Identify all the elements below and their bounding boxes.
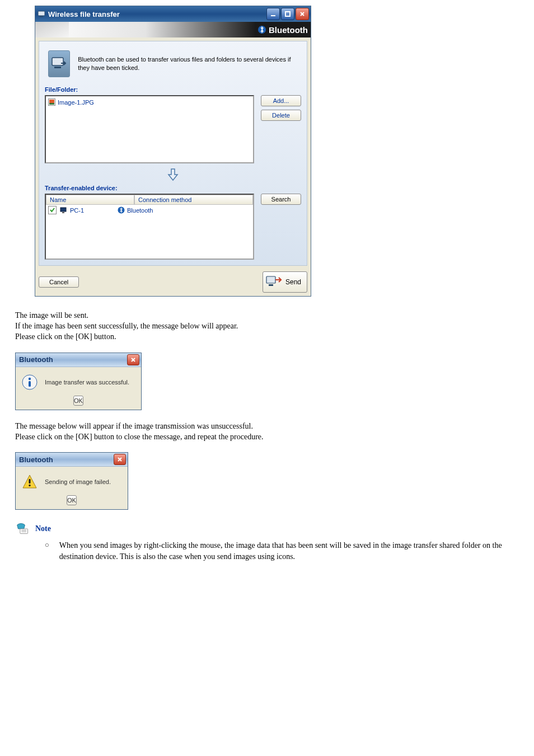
bluetooth-icon xyxy=(118,206,125,214)
svg-point-16 xyxy=(29,377,31,379)
svg-rect-3 xyxy=(285,12,290,16)
doc-paragraph-1: The image will be sent. If the image has… xyxy=(15,311,523,342)
note-text: When you send images by right-clicking t… xyxy=(59,540,506,562)
svg-rect-2 xyxy=(271,15,275,16)
svg-point-19 xyxy=(29,485,30,486)
minimize-button[interactable] xyxy=(266,8,280,20)
wireless-file-transfer-window: Wireless file transfer Bluetooth Bluetoo… xyxy=(35,6,311,297)
dialog-title: Bluetooth xyxy=(19,456,53,464)
content-pane: Bluetooth can be used to transfer variou… xyxy=(39,41,307,266)
brand-label: Bluetooth xyxy=(269,25,308,35)
note-icon xyxy=(15,522,31,536)
file-name: Image-1.JPG xyxy=(58,99,94,106)
svg-rect-14 xyxy=(269,284,273,286)
note-list: ○ When you send images by right-clicking… xyxy=(45,540,506,562)
svg-rect-6 xyxy=(54,67,61,68)
note-header: Note xyxy=(15,522,519,536)
file-folder-label: File/Folder: xyxy=(45,86,301,93)
bluetooth-icon xyxy=(257,25,266,34)
brand-bar: Bluetooth xyxy=(35,22,311,37)
title-bar[interactable]: Wireless file transfer xyxy=(35,6,311,22)
svg-rect-1 xyxy=(40,16,43,17)
dialog-message: Sending of image failed. xyxy=(45,478,111,485)
intro-text: Bluetooth can be used to transfer variou… xyxy=(78,55,301,72)
device-checkbox[interactable] xyxy=(48,206,57,214)
svg-rect-20 xyxy=(20,529,28,534)
file-transfer-icon xyxy=(48,50,70,77)
svg-rect-5 xyxy=(52,58,63,65)
device-table: Name Connection method PC-1 xyxy=(45,194,254,260)
ok-button[interactable]: OK xyxy=(67,495,77,505)
doc-paragraph-2: The message below will appear if the ima… xyxy=(15,421,523,443)
send-button[interactable]: Send xyxy=(263,271,307,293)
bullet-icon: ○ xyxy=(45,540,49,562)
device-conn-method: Bluetooth xyxy=(127,207,153,214)
fail-dialog: Bluetooth Sending of image failed. OK xyxy=(15,452,128,510)
svg-rect-8 xyxy=(49,100,54,103)
close-button[interactable] xyxy=(296,8,309,20)
dialog-title-bar[interactable]: Bluetooth xyxy=(16,453,128,467)
down-arrow-icon xyxy=(165,167,181,182)
window-title: Wireless file transfer xyxy=(48,10,265,18)
svg-rect-9 xyxy=(49,103,54,105)
maximize-button[interactable] xyxy=(281,8,294,20)
warning-icon xyxy=(21,473,38,490)
info-icon xyxy=(21,374,38,391)
cancel-button[interactable]: Cancel xyxy=(39,276,79,288)
success-dialog: Bluetooth Image transfer was successful.… xyxy=(15,353,142,410)
brand-shadow xyxy=(35,22,69,37)
search-button[interactable]: Search xyxy=(261,194,301,205)
transfer-device-label: Transfer-enabled device: xyxy=(45,185,301,191)
image-file-icon xyxy=(48,98,55,106)
note-label: Note xyxy=(35,524,51,533)
close-icon[interactable] xyxy=(127,354,139,365)
pc-icon xyxy=(60,207,68,214)
list-item: ○ When you send images by right-clicking… xyxy=(45,540,506,562)
send-icon xyxy=(265,274,283,290)
svg-rect-10 xyxy=(60,208,66,212)
svg-rect-17 xyxy=(29,381,31,387)
dialog-title: Bluetooth xyxy=(19,355,53,364)
svg-rect-11 xyxy=(62,212,64,213)
ok-button[interactable]: OK xyxy=(73,396,83,406)
close-icon[interactable] xyxy=(114,454,126,465)
dialog-title-bar[interactable]: Bluetooth xyxy=(16,353,141,367)
svg-rect-13 xyxy=(266,276,275,283)
add-button[interactable]: Add... xyxy=(261,95,301,106)
delete-button[interactable]: Delete xyxy=(261,110,301,121)
svg-rect-0 xyxy=(38,11,45,16)
file-list[interactable]: Image-1.JPG xyxy=(45,95,254,163)
send-label: Send xyxy=(285,278,301,286)
dialog-message: Image transfer was successful. xyxy=(45,379,129,386)
svg-rect-18 xyxy=(29,479,31,483)
table-row[interactable]: PC-1 Bluetooth xyxy=(46,205,253,215)
device-name: PC-1 xyxy=(70,207,84,214)
device-name-header[interactable]: Name xyxy=(46,195,134,205)
app-icon xyxy=(37,10,46,18)
device-conn-header[interactable]: Connection method xyxy=(134,195,253,205)
list-item[interactable]: Image-1.JPG xyxy=(48,97,251,107)
